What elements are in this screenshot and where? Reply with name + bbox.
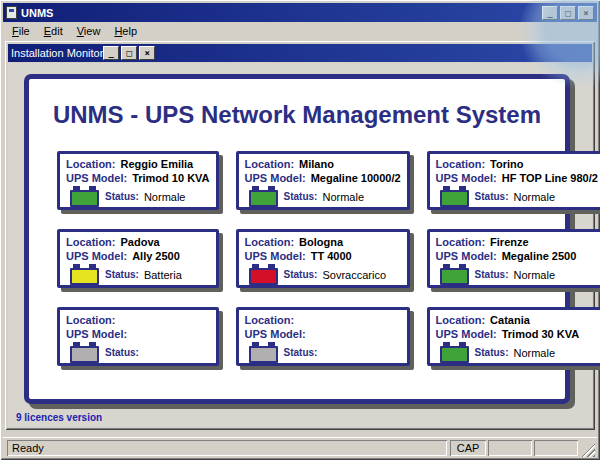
page-title: UNMS - UPS Network Management System — [49, 101, 545, 129]
battery-status-icon — [440, 268, 469, 285]
battery-status-icon — [70, 190, 99, 207]
resize-grip[interactable] — [581, 443, 595, 457]
status-ready-text: Ready — [7, 440, 447, 456]
location-value: Catania — [490, 314, 530, 326]
child-maximize-button[interactable]: □ — [121, 46, 137, 60]
child-close-button[interactable]: × — [139, 46, 155, 60]
status-label: Status: — [475, 191, 509, 202]
ups-card-catania[interactable]: Location: Catania UPS Model: Trimod 30 K… — [427, 307, 600, 366]
licences-version-label: 9 licences version — [16, 412, 102, 423]
status-value: Normale — [513, 347, 555, 359]
location-value: Padova — [121, 236, 160, 248]
model-value: HF TOP Line 980/2 — [502, 172, 598, 184]
status-label: Status: — [475, 347, 509, 358]
location-label: Location: — [66, 314, 116, 326]
battery-status-icon — [249, 190, 278, 207]
status-label: Status: — [105, 191, 139, 202]
status-label: Status: — [105, 269, 139, 280]
menu-view[interactable]: View — [70, 23, 108, 39]
ups-card-firenze[interactable]: Location: Firenze UPS Model: Megaline 25… — [427, 229, 600, 288]
status-value: Normale — [513, 269, 555, 281]
model-value: Ally 2500 — [132, 250, 180, 262]
close-button[interactable]: × — [578, 6, 594, 20]
status-label: Status: — [284, 269, 318, 280]
model-label: UPS Model: — [66, 250, 127, 262]
menu-edit[interactable]: Edit — [37, 23, 70, 39]
menu-bar: File Edit View Help — [3, 22, 597, 40]
model-label: UPS Model: — [245, 172, 306, 184]
location-value: Firenze — [490, 236, 529, 248]
status-value: Batteria — [144, 269, 182, 281]
status-value: Sovraccarico — [322, 269, 386, 281]
window-title: UNMS — [21, 7, 542, 19]
child-window-title: Installation Monitor — [11, 47, 103, 59]
ups-card-torino[interactable]: Location: Torino UPS Model: HF TOP Line … — [427, 151, 600, 210]
installation-monitor-window: Installation Monitor _ □ × UNMS - UPS Ne… — [5, 41, 595, 430]
status-value: Normale — [144, 191, 186, 203]
model-value: TT 4000 — [311, 250, 352, 262]
location-value: Milano — [299, 158, 334, 170]
model-value: Trimod 30 KVA — [502, 328, 579, 340]
ups-card-bologna[interactable]: Location: Bologna UPS Model: TT 4000 Sta… — [236, 229, 410, 288]
status-cell-empty-2 — [534, 440, 578, 456]
status-value: Normale — [513, 191, 555, 203]
main-panel: UNMS - UPS Network Management System Loc… — [24, 74, 570, 404]
model-label: UPS Model: — [66, 172, 127, 184]
ups-card-empty-1[interactable]: Location: UPS Model: Status: — [57, 307, 219, 366]
status-value: Normale — [322, 191, 364, 203]
status-label: Status: — [105, 347, 139, 358]
model-label: UPS Model: — [245, 250, 306, 262]
model-value: Megaline 10000/2 — [311, 172, 401, 184]
child-title-bar: Installation Monitor _ □ × — [8, 44, 592, 62]
maximize-button[interactable]: □ — [560, 6, 576, 20]
location-label: Location: — [66, 236, 116, 248]
title-bar: UNMS _ □ × — [3, 3, 597, 22]
location-label: Location: — [245, 236, 295, 248]
caps-lock-indicator: CAP — [450, 440, 486, 456]
battery-status-icon — [70, 268, 99, 285]
model-label: UPS Model: — [436, 250, 497, 262]
status-bar: Ready CAP — [3, 437, 597, 457]
model-value: Trimod 10 KVA — [132, 172, 209, 184]
model-label: UPS Model: — [436, 328, 497, 340]
model-label: UPS Model: — [245, 328, 306, 340]
battery-status-icon — [249, 268, 278, 285]
status-label: Status: — [284, 347, 318, 358]
status-label: Status: — [475, 269, 509, 280]
ups-card-milano[interactable]: Location: Milano UPS Model: Megaline 100… — [236, 151, 410, 210]
location-value: Reggio Emilia — [121, 158, 194, 170]
menu-file[interactable]: File — [5, 23, 37, 39]
battery-status-icon — [249, 346, 278, 363]
status-label: Status: — [284, 191, 318, 202]
location-label: Location: — [245, 158, 295, 170]
ups-card-empty-2[interactable]: Location: UPS Model: Status: — [236, 307, 410, 366]
menu-help[interactable]: Help — [107, 23, 144, 39]
ups-cards-grid: Location: Reggio Emilia UPS Model: Trimo… — [49, 151, 545, 366]
location-label: Location: — [436, 314, 486, 326]
app-icon — [6, 6, 17, 19]
ups-card-reggio-emilia[interactable]: Location: Reggio Emilia UPS Model: Trimo… — [57, 151, 219, 210]
location-label: Location: — [436, 158, 486, 170]
location-label: Location: — [66, 158, 116, 170]
model-label: UPS Model: — [436, 172, 497, 184]
battery-status-icon — [70, 346, 99, 363]
location-value: Bologna — [299, 236, 343, 248]
child-minimize-button[interactable]: _ — [103, 46, 119, 60]
monitor-client-area: UNMS - UPS Network Management System Loc… — [8, 63, 592, 427]
location-label: Location: — [245, 314, 295, 326]
minimize-button[interactable]: _ — [542, 6, 558, 20]
location-value: Torino — [490, 158, 523, 170]
model-value: Megaline 2500 — [502, 250, 577, 262]
battery-status-icon — [440, 346, 469, 363]
app-window: UNMS _ □ × File Edit View Help Installat… — [0, 0, 600, 460]
battery-status-icon — [440, 190, 469, 207]
status-cell-empty-1 — [488, 440, 532, 456]
ups-card-padova[interactable]: Location: Padova UPS Model: Ally 2500 St… — [57, 229, 219, 288]
location-label: Location: — [436, 236, 486, 248]
model-label: UPS Model: — [66, 328, 127, 340]
